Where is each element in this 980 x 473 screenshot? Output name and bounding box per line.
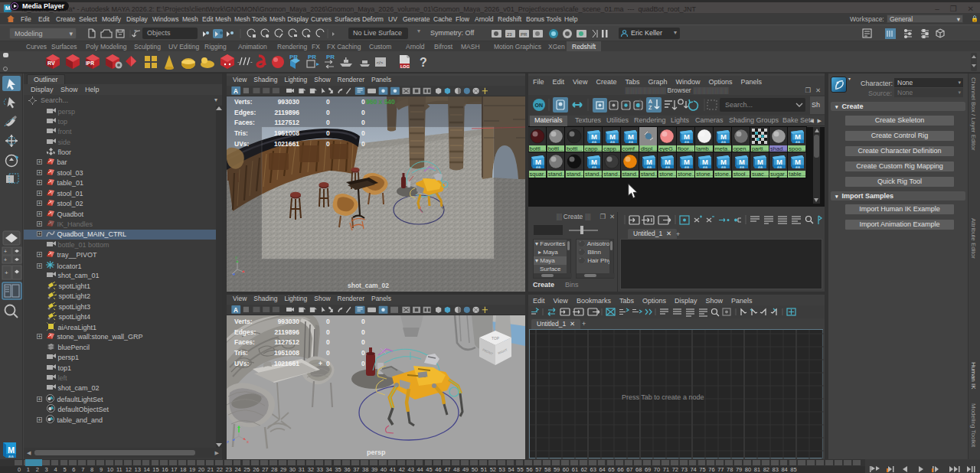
svg-text:0: 0 <box>326 328 330 336</box>
svg-text:z: z <box>227 439 229 444</box>
svg-text:M: M <box>720 132 727 141</box>
svg-text:Search...: Search... <box>725 101 753 109</box>
svg-text:LOG: LOG <box>400 64 410 69</box>
svg-text:2119896: 2119896 <box>274 109 299 116</box>
svg-text:AVA: AVA <box>684 141 690 144</box>
svg-text:1127512: 1127512 <box>274 338 299 346</box>
svg-text:Sh: Sh <box>812 101 820 109</box>
svg-text:Faces:: Faces: <box>234 338 255 346</box>
svg-text:1127512: 1127512 <box>274 119 299 126</box>
svg-text:AVA: AVA <box>592 141 597 144</box>
svg-text:AVA: AVA <box>740 166 745 169</box>
svg-text:0: 0 <box>361 318 365 325</box>
svg-text:AVA: AVA <box>629 141 634 144</box>
svg-text:M: M <box>795 158 801 166</box>
svg-text:1951008: 1951008 <box>274 129 299 137</box>
svg-text:M: M <box>8 445 15 455</box>
svg-text:AVA: AVA <box>684 166 690 169</box>
svg-text:-: - <box>237 58 240 65</box>
svg-text:M: M <box>646 158 652 166</box>
svg-text:993030: 993030 <box>278 98 300 106</box>
svg-text:M: M <box>684 132 690 141</box>
svg-text:AVA: AVA <box>721 166 727 169</box>
svg-text:AVA: AVA <box>703 166 708 169</box>
svg-text:A: A <box>234 88 238 95</box>
svg-text:0: 0 <box>361 360 365 367</box>
svg-text:Edges:: Edges: <box>234 109 256 116</box>
svg-text:A: A <box>234 307 238 314</box>
svg-text:0: 0 <box>361 98 365 106</box>
svg-text:AVA: AVA <box>647 166 652 169</box>
svg-text:0: 0 <box>361 119 365 126</box>
svg-text:2119896: 2119896 <box>274 328 299 336</box>
svg-text:RV: RV <box>47 60 55 66</box>
svg-text:0: 0 <box>326 360 330 367</box>
svg-text:960 x 540: 960 x 540 <box>366 98 395 106</box>
svg-text:0: 0 <box>326 140 330 148</box>
svg-text:AVA: AVA <box>758 166 763 169</box>
svg-text:0: 0 <box>361 328 365 336</box>
svg-text:x: x <box>247 439 249 444</box>
svg-text:Tris:: Tris: <box>234 349 248 357</box>
svg-text:</>: </> <box>377 60 384 65</box>
svg-text:0: 0 <box>326 109 330 116</box>
svg-text:AVA: AVA <box>536 166 541 169</box>
svg-text:AVA: AVA <box>795 141 801 144</box>
svg-text:Z: Z <box>648 105 652 110</box>
svg-text:ON: ON <box>535 103 544 108</box>
svg-text:1021661: 1021661 <box>274 360 299 367</box>
svg-text:M: M <box>665 158 671 166</box>
svg-text:AVA: AVA <box>721 141 727 144</box>
svg-text:AVA: AVA <box>8 455 14 458</box>
svg-text:0: 0 <box>326 318 330 325</box>
svg-text:23: 23 <box>507 32 512 37</box>
svg-text:AVA: AVA <box>777 166 782 169</box>
svg-text:M: M <box>795 132 801 141</box>
svg-text:M: M <box>609 132 616 141</box>
svg-text:Faces:: Faces: <box>234 119 255 126</box>
svg-text:M: M <box>684 158 690 166</box>
svg-text:Edges:: Edges: <box>234 328 256 336</box>
svg-text:+: + <box>5 269 8 276</box>
svg-text:shot_cam_02: shot_cam_02 <box>348 282 389 289</box>
svg-text:PR: PR <box>308 54 316 60</box>
svg-text:UVs:: UVs: <box>234 360 250 367</box>
svg-text:AVA: AVA <box>795 166 801 169</box>
svg-text:0: 0 <box>361 338 365 346</box>
svg-text:?: ? <box>420 56 427 69</box>
svg-text:y: y <box>235 255 237 259</box>
svg-text:PR: PR <box>521 32 528 37</box>
svg-text:+: + <box>4 257 7 263</box>
svg-text:0: 0 <box>326 338 330 346</box>
svg-text:0: 0 <box>326 119 330 126</box>
svg-text:0: 0 <box>326 349 330 357</box>
svg-text:Verts:: Verts: <box>234 318 253 325</box>
svg-text:persp: persp <box>367 449 386 456</box>
svg-text:TOP: TOP <box>492 337 499 341</box>
svg-text:Verts:: Verts: <box>234 98 253 106</box>
svg-text:M: M <box>757 158 763 166</box>
svg-text:993030: 993030 <box>278 318 300 325</box>
svg-text:M: M <box>591 132 597 141</box>
svg-text:M: M <box>720 158 727 166</box>
svg-text:AVA: AVA <box>610 141 616 144</box>
svg-text:+: + <box>318 360 322 367</box>
svg-text:-: - <box>250 58 253 65</box>
svg-text:+: + <box>4 249 7 254</box>
svg-text:PR: PR <box>326 54 335 60</box>
svg-text:1951008: 1951008 <box>274 349 299 357</box>
svg-text:1021661: 1021661 <box>274 140 299 148</box>
svg-text:0: 0 <box>326 129 330 137</box>
svg-text:0: 0 <box>326 98 330 106</box>
svg-text:0: 0 <box>361 109 365 116</box>
svg-text:M: M <box>702 158 708 166</box>
svg-text:IPR: IPR <box>86 60 94 66</box>
svg-text:M: M <box>591 158 597 166</box>
svg-text:0: 0 <box>361 140 365 148</box>
svg-text:M: M <box>776 158 782 166</box>
svg-text:Tris:: Tris: <box>234 129 248 137</box>
svg-text:AVA: AVA <box>592 166 597 169</box>
svg-text:0: 0 <box>361 349 365 357</box>
svg-text:UVs:: UVs: <box>234 140 250 148</box>
svg-text:M: M <box>535 158 541 166</box>
